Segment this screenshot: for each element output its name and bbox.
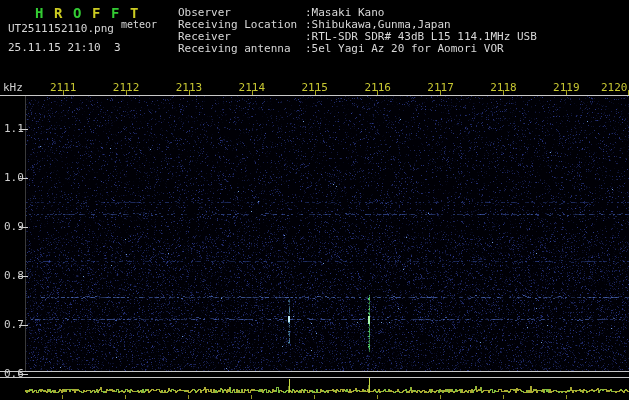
plot-top-border xyxy=(0,95,629,96)
header-info: Observer:Masaki KanoReceiving Location:S… xyxy=(178,7,537,55)
time-tick-label: 2114 xyxy=(239,81,266,94)
freq-tick-label: 0.8 xyxy=(4,269,24,282)
app-title-letter: F xyxy=(92,5,111,21)
header-info-value: :5el Yagi Az 20 for Aomori VOR xyxy=(305,42,504,55)
spectrogram-canvas xyxy=(25,96,629,371)
time-tick-label: 2113 xyxy=(176,81,203,94)
time-tick-label: 2111 xyxy=(50,81,77,94)
freq-tick-label: 0.6 xyxy=(4,367,24,380)
time-tick-label: 2115 xyxy=(302,81,329,94)
time-tick-label: 2119 xyxy=(553,81,580,94)
freq-tick-label: 1.1 xyxy=(4,122,24,135)
time-tick-label: 2118 xyxy=(490,81,517,94)
hrofft-spectrogram-screenshot: 2111211221132114211521162117211821192120… xyxy=(0,0,629,400)
output-filename: UT2511152110.png xyxy=(8,22,114,35)
khz-unit-label: kHz xyxy=(3,81,23,94)
freq-tick-mark xyxy=(19,374,28,375)
time-tick-label: 2120 xyxy=(601,81,628,94)
time-tick-label: 2112 xyxy=(113,81,140,94)
level-trace-canvas xyxy=(25,378,629,399)
header-info-label: Receiving antenna xyxy=(178,43,305,55)
level-strip-top-border xyxy=(0,377,629,378)
freq-tick-label: 0.7 xyxy=(4,318,24,331)
time-tick-label: 2117 xyxy=(427,81,454,94)
app-title-letter: H xyxy=(35,5,54,21)
observation-datetime: 25.11.15 21:10 3 xyxy=(8,41,121,54)
time-tick-label: 2116 xyxy=(364,81,391,94)
station-label: meteor xyxy=(121,19,157,30)
freq-tick-label: 1.0 xyxy=(4,171,24,184)
freq-tick-label: 0.9 xyxy=(4,220,24,233)
header-info-row: Receiving antenna:5el Yagi Az 20 for Aom… xyxy=(178,43,537,55)
app-title-letter: R xyxy=(54,5,73,21)
plot-bottom-border xyxy=(0,371,629,372)
app-title-letter: O xyxy=(73,5,92,21)
freq-axis-line xyxy=(25,96,26,371)
